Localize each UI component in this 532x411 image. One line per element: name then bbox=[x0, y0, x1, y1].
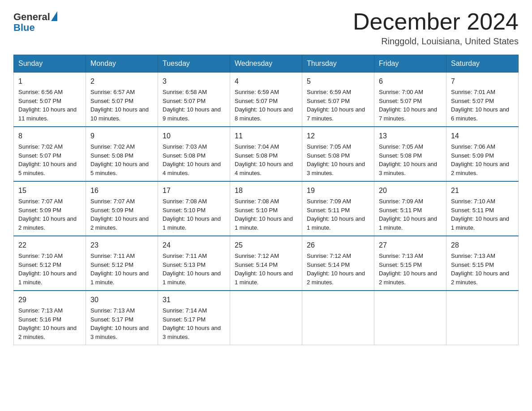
day-info: Sunrise: 7:09 AMSunset: 5:11 PMDaylight:… bbox=[307, 198, 365, 231]
day-number: 11 bbox=[235, 131, 297, 141]
table-row: 15 Sunrise: 7:07 AMSunset: 5:09 PMDaylig… bbox=[14, 181, 86, 236]
day-info: Sunrise: 7:13 AMSunset: 5:15 PMDaylight:… bbox=[451, 253, 509, 286]
day-info: Sunrise: 7:12 AMSunset: 5:14 PMDaylight:… bbox=[235, 253, 293, 286]
day-info: Sunrise: 7:09 AMSunset: 5:11 PMDaylight:… bbox=[379, 198, 437, 231]
title-block: December 2024 Ringgold, Louisiana, Unite… bbox=[353, 9, 519, 47]
day-info: Sunrise: 7:10 AMSunset: 5:12 PMDaylight:… bbox=[18, 253, 77, 286]
month-title: December 2024 bbox=[353, 9, 519, 34]
page-header: General Blue December 2024 Ringgold, Lou… bbox=[13, 9, 519, 47]
col-header-thursday: Thursday bbox=[302, 55, 374, 73]
table-row: 18 Sunrise: 7:08 AMSunset: 5:10 PMDaylig… bbox=[230, 181, 302, 236]
day-number: 25 bbox=[235, 240, 297, 251]
day-info: Sunrise: 7:14 AMSunset: 5:17 PMDaylight:… bbox=[163, 307, 221, 340]
day-number: 1 bbox=[18, 76, 81, 87]
day-number: 14 bbox=[451, 131, 514, 141]
location-subtitle: Ringgold, Louisiana, United States bbox=[353, 36, 519, 47]
day-info: Sunrise: 6:59 AMSunset: 5:07 PMDaylight:… bbox=[307, 89, 365, 122]
table-row: 31 Sunrise: 7:14 AMSunset: 5:17 PMDaylig… bbox=[158, 291, 230, 345]
table-row: 3 Sunrise: 6:58 AMSunset: 5:07 PMDayligh… bbox=[158, 73, 230, 127]
table-row: 20 Sunrise: 7:09 AMSunset: 5:11 PMDaylig… bbox=[374, 181, 446, 236]
day-info: Sunrise: 6:59 AMSunset: 5:07 PMDaylight:… bbox=[235, 89, 293, 122]
table-row: 30 Sunrise: 7:13 AMSunset: 5:17 PMDaylig… bbox=[86, 291, 158, 345]
day-number: 4 bbox=[235, 76, 297, 87]
day-number: 13 bbox=[379, 131, 442, 141]
day-number: 29 bbox=[18, 295, 81, 305]
table-row bbox=[374, 291, 446, 345]
day-info: Sunrise: 7:13 AMSunset: 5:16 PMDaylight:… bbox=[18, 307, 77, 340]
day-info: Sunrise: 7:00 AMSunset: 5:07 PMDaylight:… bbox=[379, 89, 437, 122]
table-row: 25 Sunrise: 7:12 AMSunset: 5:14 PMDaylig… bbox=[230, 236, 302, 291]
col-header-monday: Monday bbox=[86, 55, 158, 73]
day-number: 28 bbox=[451, 240, 514, 251]
table-row bbox=[446, 291, 519, 345]
day-number: 21 bbox=[451, 185, 514, 196]
col-header-wednesday: Wednesday bbox=[230, 55, 302, 73]
calendar-week-row: 1 Sunrise: 6:56 AMSunset: 5:07 PMDayligh… bbox=[14, 73, 519, 127]
col-header-tuesday: Tuesday bbox=[158, 55, 230, 73]
day-info: Sunrise: 6:58 AMSunset: 5:07 PMDaylight:… bbox=[163, 89, 221, 122]
day-number: 23 bbox=[90, 240, 153, 251]
table-row: 7 Sunrise: 7:01 AMSunset: 5:07 PMDayligh… bbox=[446, 73, 519, 127]
day-number: 22 bbox=[18, 240, 81, 251]
day-number: 3 bbox=[163, 76, 225, 87]
day-info: Sunrise: 7:01 AMSunset: 5:07 PMDaylight:… bbox=[451, 89, 509, 122]
day-info: Sunrise: 7:06 AMSunset: 5:09 PMDaylight:… bbox=[451, 143, 509, 176]
day-number: 19 bbox=[307, 185, 369, 196]
day-info: Sunrise: 7:03 AMSunset: 5:08 PMDaylight:… bbox=[163, 143, 221, 176]
table-row: 4 Sunrise: 6:59 AMSunset: 5:07 PMDayligh… bbox=[230, 73, 302, 127]
day-number: 27 bbox=[379, 240, 442, 251]
day-info: Sunrise: 7:08 AMSunset: 5:10 PMDaylight:… bbox=[235, 198, 293, 231]
table-row bbox=[230, 291, 302, 345]
table-row: 11 Sunrise: 7:04 AMSunset: 5:08 PMDaylig… bbox=[230, 127, 302, 181]
logo-general-label: General bbox=[13, 12, 50, 22]
logo-general-text: General bbox=[13, 12, 57, 22]
day-number: 9 bbox=[90, 131, 153, 141]
day-info: Sunrise: 7:05 AMSunset: 5:08 PMDaylight:… bbox=[379, 143, 437, 176]
table-row: 5 Sunrise: 6:59 AMSunset: 5:07 PMDayligh… bbox=[302, 73, 374, 127]
logo: General Blue bbox=[13, 9, 57, 33]
table-row: 1 Sunrise: 6:56 AMSunset: 5:07 PMDayligh… bbox=[14, 73, 86, 127]
table-row: 24 Sunrise: 7:11 AMSunset: 5:13 PMDaylig… bbox=[158, 236, 230, 291]
day-info: Sunrise: 7:04 AMSunset: 5:08 PMDaylight:… bbox=[235, 143, 293, 176]
day-info: Sunrise: 6:57 AMSunset: 5:07 PMDaylight:… bbox=[90, 89, 149, 122]
day-number: 8 bbox=[18, 131, 81, 141]
day-number: 20 bbox=[379, 185, 442, 196]
calendar-header-row: Sunday Monday Tuesday Wednesday Thursday… bbox=[14, 55, 519, 73]
day-number: 10 bbox=[163, 131, 225, 141]
day-number: 2 bbox=[90, 76, 153, 87]
table-row: 22 Sunrise: 7:10 AMSunset: 5:12 PMDaylig… bbox=[14, 236, 86, 291]
calendar-week-row: 29 Sunrise: 7:13 AMSunset: 5:16 PMDaylig… bbox=[14, 291, 519, 345]
table-row: 14 Sunrise: 7:06 AMSunset: 5:09 PMDaylig… bbox=[446, 127, 519, 181]
table-row: 27 Sunrise: 7:13 AMSunset: 5:15 PMDaylig… bbox=[374, 236, 446, 291]
table-row: 26 Sunrise: 7:12 AMSunset: 5:14 PMDaylig… bbox=[302, 236, 374, 291]
day-number: 17 bbox=[163, 185, 225, 196]
day-number: 12 bbox=[307, 131, 369, 141]
day-number: 5 bbox=[307, 76, 369, 87]
logo-blue-label: Blue bbox=[13, 22, 57, 33]
day-info: Sunrise: 7:05 AMSunset: 5:08 PMDaylight:… bbox=[307, 143, 365, 176]
table-row: 17 Sunrise: 7:08 AMSunset: 5:10 PMDaylig… bbox=[158, 181, 230, 236]
day-number: 7 bbox=[451, 76, 514, 87]
day-info: Sunrise: 7:12 AMSunset: 5:14 PMDaylight:… bbox=[307, 253, 365, 286]
day-number: 24 bbox=[163, 240, 225, 251]
table-row bbox=[302, 291, 374, 345]
table-row: 12 Sunrise: 7:05 AMSunset: 5:08 PMDaylig… bbox=[302, 127, 374, 181]
day-info: Sunrise: 6:56 AMSunset: 5:07 PMDaylight:… bbox=[18, 89, 77, 122]
table-row: 29 Sunrise: 7:13 AMSunset: 5:16 PMDaylig… bbox=[14, 291, 86, 345]
col-header-sunday: Sunday bbox=[14, 55, 86, 73]
col-header-saturday: Saturday bbox=[446, 55, 519, 73]
day-number: 16 bbox=[90, 185, 153, 196]
day-info: Sunrise: 7:08 AMSunset: 5:10 PMDaylight:… bbox=[163, 198, 221, 231]
day-info: Sunrise: 7:13 AMSunset: 5:15 PMDaylight:… bbox=[379, 253, 437, 286]
day-number: 15 bbox=[18, 185, 81, 196]
calendar-week-row: 22 Sunrise: 7:10 AMSunset: 5:12 PMDaylig… bbox=[14, 236, 519, 291]
day-number: 18 bbox=[235, 185, 297, 196]
table-row: 10 Sunrise: 7:03 AMSunset: 5:08 PMDaylig… bbox=[158, 127, 230, 181]
day-number: 6 bbox=[379, 76, 442, 87]
table-row: 19 Sunrise: 7:09 AMSunset: 5:11 PMDaylig… bbox=[302, 181, 374, 236]
day-number: 30 bbox=[90, 295, 153, 305]
day-number: 26 bbox=[307, 240, 369, 251]
calendar-week-row: 8 Sunrise: 7:02 AMSunset: 5:07 PMDayligh… bbox=[14, 127, 519, 181]
table-row: 23 Sunrise: 7:11 AMSunset: 5:12 PMDaylig… bbox=[86, 236, 158, 291]
table-row: 16 Sunrise: 7:07 AMSunset: 5:09 PMDaylig… bbox=[86, 181, 158, 236]
